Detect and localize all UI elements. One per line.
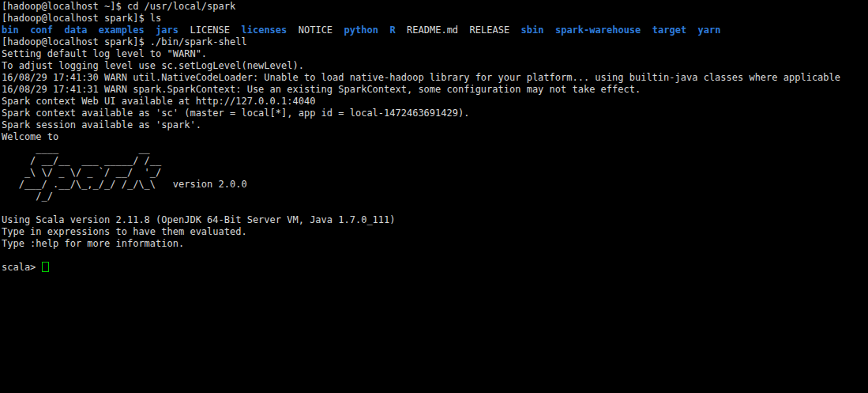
terminal-line bbox=[2, 250, 868, 262]
terminal-line bbox=[2, 202, 868, 214]
file-name: README.md bbox=[407, 25, 458, 36]
terminal-window[interactable]: [hadoop@localhost ~]$ cd /usr/local/spar… bbox=[0, 0, 868, 393]
terminal-line: Type in expressions to have them evaluat… bbox=[2, 226, 868, 238]
directory-name: yarn bbox=[698, 25, 721, 36]
file-name: LICENSE bbox=[190, 25, 230, 36]
directory-name: R bbox=[389, 25, 395, 36]
terminal-line: /___/ .__/\_,_/_/ /_/\_\ version 2.0.0 bbox=[2, 179, 868, 191]
file-name: RELEASE bbox=[470, 25, 510, 36]
directory-name: jars bbox=[156, 25, 178, 36]
terminal-line: 16/08/29 17:41:30 WARN util.NativeCodeLo… bbox=[2, 72, 868, 84]
terminal-line: Spark context Web UI available at http:/… bbox=[2, 96, 868, 108]
terminal-line: 16/08/29 17:41:31 WARN spark.SparkContex… bbox=[2, 84, 868, 96]
directory-name: bin bbox=[2, 25, 19, 36]
directory-name: data bbox=[65, 25, 88, 36]
terminal-line: Type :help for more information. bbox=[2, 238, 868, 250]
terminal-line: Using Scala version 2.11.8 (OpenJDK 64-B… bbox=[2, 214, 868, 226]
terminal-line: Setting default log level to "WARN". bbox=[2, 48, 868, 60]
terminal-line: ____ __ bbox=[2, 143, 868, 155]
terminal-line: [hadoop@localhost spark]$ ls bbox=[2, 13, 868, 25]
file-name: NOTICE bbox=[299, 25, 333, 36]
terminal-line: [hadoop@localhost spark]$ ./bin/spark-sh… bbox=[2, 36, 868, 48]
directory-name: sbin bbox=[521, 25, 544, 36]
directory-name: licenses bbox=[242, 25, 287, 36]
directory-name: python bbox=[344, 25, 378, 36]
terminal-line: To adjust logging level use sc.setLogLev… bbox=[2, 60, 868, 72]
scala-prompt: scala> bbox=[2, 262, 42, 273]
terminal-line: /_/ bbox=[2, 191, 868, 202]
directory-name: target bbox=[652, 25, 686, 36]
terminal-line: scala> bbox=[2, 262, 868, 274]
terminal-line: / __/__ ___ _____/ /__ bbox=[2, 155, 868, 167]
terminal-line: [hadoop@localhost ~]$ cd /usr/local/spar… bbox=[2, 1, 868, 13]
terminal-line: _\ \/ _ \/ _ `/ __/ '_/ bbox=[2, 167, 868, 179]
terminal-output: [hadoop@localhost ~]$ cd /usr/local/spar… bbox=[2, 1, 868, 274]
terminal-cursor[interactable] bbox=[42, 262, 49, 272]
directory-name: examples bbox=[99, 25, 145, 36]
terminal-line: Welcome to bbox=[2, 131, 868, 143]
directory-name: spark-warehouse bbox=[555, 25, 641, 36]
terminal-line: Spark context available as 'sc' (master … bbox=[2, 108, 868, 119]
terminal-line: Spark session available as 'spark'. bbox=[2, 119, 868, 131]
directory-name: conf bbox=[30, 25, 53, 36]
terminal-line: bin conf data examples jars LICENSE lice… bbox=[2, 25, 868, 36]
